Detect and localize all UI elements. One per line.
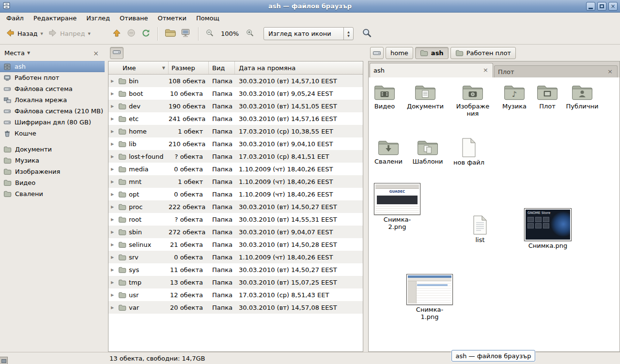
view-mode-spinner-icon[interactable]: ▲▼ <box>343 28 353 40</box>
column-header-date[interactable]: Дата на промяна <box>235 61 363 74</box>
file-public-folder[interactable]: Публични <box>562 83 603 110</box>
tree-row-selinux[interactable]: ▶selinux21 обектаПапка30.03.2010 (вт) 14… <box>108 238 363 251</box>
expander-icon[interactable]: ▶ <box>111 243 116 247</box>
expander-icon[interactable]: ▶ <box>111 268 116 272</box>
column-header-size[interactable]: Размер <box>169 61 209 74</box>
file-video-folder[interactable]: Видео <box>368 83 405 110</box>
maximize-button[interactable] <box>597 2 606 11</box>
panel-corner-button[interactable] <box>0 357 8 364</box>
tree-row-proc[interactable]: ▶proc222 обектаПапка30.03.2010 (вт) 14,5… <box>108 200 363 213</box>
up-button[interactable] <box>109 26 124 42</box>
close-button[interactable]: × <box>608 2 618 11</box>
forward-button[interactable]: Напред ▼ <box>46 26 93 42</box>
pane-splitter[interactable] <box>363 45 368 352</box>
path-button-desktop[interactable]: Работен плот <box>450 47 516 59</box>
icon-view[interactable]: ВидеоДокументиИзображения♪МузикаПлотПубл… <box>368 77 620 352</box>
expander-icon[interactable]: ▶ <box>111 180 116 184</box>
sidebar-item-encrypted-80gb[interactable]: Шифриран дял (80 GB) <box>0 117 105 128</box>
tree-row-sbin[interactable]: ▶sbin272 обектаПапка30.03.2010 (вт) 9,04… <box>108 226 363 238</box>
tab-close-icon[interactable]: × <box>606 68 614 76</box>
sidebar-item-video[interactable]: Видео <box>0 177 105 188</box>
file-templates-folder[interactable]: Шаблони <box>407 138 448 166</box>
menu-file[interactable]: Файл <box>1 14 29 23</box>
expander-icon[interactable]: ▶ <box>111 255 116 259</box>
home-button[interactable] <box>162 26 178 42</box>
expander-icon[interactable]: ▶ <box>111 280 116 285</box>
sidebar-item-ash[interactable]: ash <box>0 61 105 72</box>
file-pictures-folder[interactable]: Изображения <box>452 83 493 117</box>
sidebar-item-music[interactable]: Музика <box>0 155 105 166</box>
path-button-root[interactable] <box>370 47 384 59</box>
menu-bookmarks[interactable]: Отметки <box>153 14 191 23</box>
tab-plot[interactable]: Плот× <box>494 65 618 77</box>
stop-button[interactable] <box>124 26 139 42</box>
tree-row-var[interactable]: ▶var20 обектаПапка30.03.2010 (вт) 14,57,… <box>108 301 363 314</box>
zoom-out-button[interactable] <box>203 26 217 42</box>
taskbar-window-button[interactable]: ash — файлов браузър <box>451 350 535 362</box>
sidebar-item-downloads[interactable]: Свалени <box>0 188 105 199</box>
tree-row-lost+found[interactable]: ▶lost+found? обектаПапка17.03.2010 (ср) … <box>108 150 363 163</box>
tree-row-home[interactable]: ▶home1 обектПапка17.03.2010 (ср) 10,38,5… <box>108 125 363 137</box>
sidebar-item-filesystem-210mb[interactable]: Файлова система (210 MB) <box>0 106 105 117</box>
view-mode-select[interactable]: Изглед като икони ▲▼ <box>264 27 354 40</box>
tree-row-lib[interactable]: ▶lib210 обектаПапка30.03.2010 (вт) 9,04,… <box>108 137 363 150</box>
tab-ash[interactable]: ash× <box>370 63 493 77</box>
menu-view[interactable]: Изглед <box>81 14 115 23</box>
tree-row-srv[interactable]: ▶srv0 обектаПапка1.10.2009 (чт) 18,40,26… <box>108 251 363 263</box>
expander-icon[interactable]: ▶ <box>111 154 116 159</box>
back-button[interactable]: Назад ▼ <box>3 26 46 42</box>
file-documents-folder[interactable]: Документи <box>405 83 446 110</box>
expander-icon[interactable]: ▶ <box>111 79 116 83</box>
file-snimka-1-png[interactable]: Снимка-1.png <box>405 274 454 320</box>
expander-icon[interactable]: ▶ <box>111 91 116 96</box>
file-new-file[interactable]: нов файл <box>449 137 489 167</box>
tree-row-bin[interactable]: ▶bin108 обектаПапка30.03.2010 (вт) 14,57… <box>108 75 363 87</box>
sidebar-item-documents[interactable]: Документи <box>0 144 105 155</box>
expander-icon[interactable]: ▶ <box>111 142 116 146</box>
tree-row-boot[interactable]: ▶boot10 обектаПапка30.03.2010 (вт) 9,05,… <box>108 87 363 100</box>
path-button-ash[interactable]: ash <box>415 47 449 59</box>
titlebar[interactable]: ash — файлов браузър × <box>0 0 620 13</box>
sidebar-item-trash[interactable]: Кошче <box>0 128 105 139</box>
path-button-home[interactable]: home <box>386 47 413 59</box>
sidebar-item-desktop[interactable]: Работен плот <box>0 72 105 83</box>
reload-button[interactable] <box>139 26 153 42</box>
tree-row-tmp[interactable]: ▶tmp13 обектаПапка30.03.2010 (вт) 15,07,… <box>108 276 363 288</box>
expander-icon[interactable]: ▶ <box>111 230 116 234</box>
pane-splitter[interactable] <box>105 45 108 352</box>
places-selector-chevron-icon[interactable]: ▼ <box>27 51 30 55</box>
menu-help[interactable]: Помощ <box>191 14 224 23</box>
expander-icon[interactable]: ▶ <box>111 293 116 297</box>
tree-row-root[interactable]: ▶root? обектаПапка30.03.2010 (вт) 14,55,… <box>108 213 363 226</box>
sidebar-item-network[interactable]: Локална мрежа <box>0 94 105 106</box>
tree-row-usr[interactable]: ▶usr12 обектаПапка17.03.2010 (ср) 8,51,4… <box>108 288 363 301</box>
sidebar-item-pictures[interactable]: Изображения <box>0 166 105 177</box>
expander-icon[interactable]: ▶ <box>111 117 116 121</box>
column-header-type[interactable]: Вид <box>209 61 235 74</box>
minimize-button[interactable] <box>586 2 595 11</box>
expander-icon[interactable]: ▶ <box>111 305 116 310</box>
zoom-in-button[interactable] <box>243 26 257 42</box>
expander-icon[interactable]: ▶ <box>111 217 116 222</box>
expander-icon[interactable]: ▶ <box>111 104 116 108</box>
path-button-filesystem-root[interactable] <box>110 47 124 59</box>
search-button[interactable] <box>359 26 374 42</box>
expander-icon[interactable]: ▶ <box>111 167 116 171</box>
computer-button[interactable] <box>178 26 194 42</box>
tab-close-icon[interactable]: × <box>482 67 489 74</box>
file-snimka-2-png[interactable]: GUADECСнимка-2.png <box>373 183 421 230</box>
expander-icon[interactable]: ▶ <box>111 129 116 134</box>
back-history-chevron-icon[interactable]: ▼ <box>41 32 43 36</box>
menu-edit[interactable]: Редактиране <box>29 14 81 23</box>
menu-go[interactable]: Отиване <box>115 14 153 23</box>
expander-icon[interactable]: ▶ <box>111 205 116 209</box>
tree-row-opt[interactable]: ▶opt0 обектаПапка1.10.2009 (чт) 18,40,26… <box>108 188 363 200</box>
file-snimka-png[interactable]: GNOME StoreСнимка.png <box>522 208 574 250</box>
tree-row-mnt[interactable]: ▶mnt1 обектПапка1.10.2009 (чт) 18,40,26 … <box>108 175 363 188</box>
sidebar-item-filesystem[interactable]: Файлова система <box>0 83 105 94</box>
tree-row-sys[interactable]: ▶sys11 обектаПапка30.03.2010 (вт) 14,50,… <box>108 263 363 276</box>
file-list[interactable]: list <box>460 215 500 244</box>
tree-row-media[interactable]: ▶media0 обектаПапка1.10.2009 (чт) 18,40,… <box>108 163 363 175</box>
expander-icon[interactable]: ▶ <box>111 192 116 197</box>
tree-row-etc[interactable]: ▶etc241 обектаПапка30.03.2010 (вт) 14,57… <box>108 112 363 125</box>
